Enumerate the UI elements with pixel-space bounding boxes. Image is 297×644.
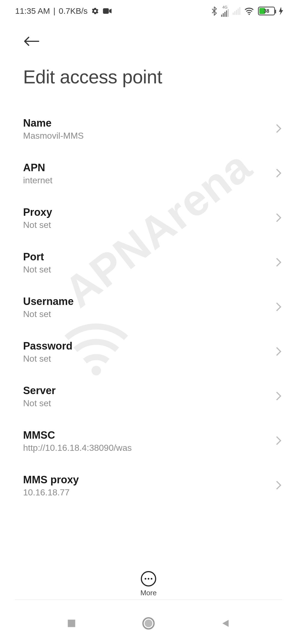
chevron-right-icon [276,213,282,224]
status-speed: 0.7KB/s [59,6,88,16]
more-horizontal-icon [141,571,156,586]
chevron-right-icon [276,257,282,268]
signal-1-icon [221,9,229,17]
row-name[interactable]: Name Masmovil-MMS [0,107,297,151]
row-value: http://10.16.18.4:38090/was [23,443,132,453]
network-label: 4G [222,5,228,9]
header: Edit access point [0,22,297,88]
chevron-right-icon [276,302,282,313]
charging-icon [279,7,283,15]
row-value: Masmovil-MMS [23,131,84,141]
svg-rect-3 [68,620,75,627]
circle-icon [142,617,155,630]
row-value: Not set [23,264,51,275]
row-label: MMSC [23,429,132,441]
status-time: 11:35 AM [15,6,50,16]
settings-list: Name Masmovil-MMS APN internet Proxy Not… [0,88,297,591]
row-value: Not set [23,220,52,230]
page-title: Edit access point [21,51,286,88]
status-left: 11:35 AM | 0.7KB/s [15,6,112,16]
row-username[interactable]: Username Not set [0,285,297,330]
nav-home-button[interactable] [136,611,161,636]
signal-2-icon [233,7,240,15]
status-sep: | [53,6,56,16]
chevron-right-icon [276,436,282,447]
row-mms-proxy[interactable]: MMS proxy 10.16.18.77 [0,463,297,508]
more-menu-button[interactable]: More [0,571,297,597]
chevron-right-icon [276,391,282,402]
row-value: Not set [23,398,56,408]
row-value: Not set [23,309,74,319]
row-proxy[interactable]: Proxy Not set [0,196,297,241]
row-apn[interactable]: APN internet [0,151,297,196]
row-server[interactable]: Server Not set [0,374,297,419]
row-value: internet [23,175,53,185]
arrow-left-icon [23,36,39,47]
battery-icon: 38 [258,7,275,15]
bluetooth-icon [211,6,217,16]
row-mmsc[interactable]: MMSC http://10.16.18.4:38090/was [0,419,297,463]
triangle-left-icon [221,618,230,629]
row-label: MMS proxy [23,474,79,486]
battery-pct: 38 [259,8,274,14]
chevron-right-icon [276,168,282,179]
nav-back-button[interactable] [213,611,238,636]
row-label: Username [23,296,74,307]
back-button[interactable] [21,31,41,51]
camera-icon [103,7,112,15]
chevron-right-icon [276,346,282,358]
row-label: Server [23,385,56,397]
gear-icon [91,7,99,15]
android-nav-bar [0,603,297,644]
row-label: Password [23,340,73,352]
svg-rect-0 [103,8,109,14]
row-password[interactable]: Password Not set [0,330,297,374]
status-right: 4G 38 [211,5,283,17]
status-bar: 11:35 AM | 0.7KB/s 4G 38 [0,0,297,22]
chevron-right-icon [276,124,282,135]
square-icon [67,618,76,628]
svg-point-5 [145,620,152,627]
row-label: Name [23,117,84,129]
more-label: More [140,589,156,597]
row-port[interactable]: Port Not set [0,241,297,285]
row-value: Not set [23,354,73,364]
chevron-right-icon [276,480,282,491]
svg-point-1 [249,14,250,15]
row-label: APN [23,162,53,174]
row-value: 10.16.18.77 [23,487,79,498]
wifi-icon [244,7,254,15]
divider [15,599,282,600]
nav-recent-button[interactable] [59,611,84,636]
row-label: Proxy [23,206,52,218]
row-label: Port [23,251,51,263]
